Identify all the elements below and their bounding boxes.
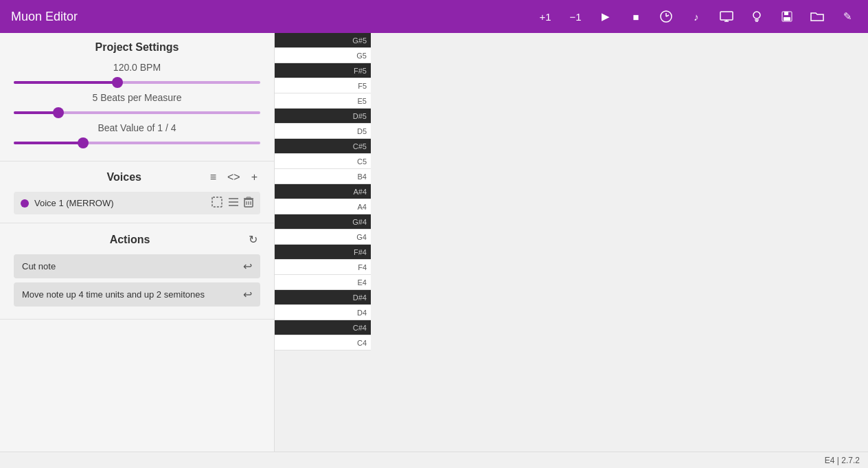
piano-key-fs5[interactable]: F#5	[275, 63, 371, 78]
action-move-note-label: Move note up 4 time units and up 2 semit…	[22, 289, 205, 300]
screen-button[interactable]	[717, 7, 736, 26]
note-button[interactable]: ♪	[687, 7, 706, 26]
voices-section: Voices ≡ <> + Voice 1 (MERROW)	[0, 161, 274, 223]
header: Muon Editor +1 −1 ▶ ■ ♪ ✎	[0, 0, 868, 33]
piano-keyboard: G#5G5F#5F5E5D#5D5C#5C5B4A#4A4G#4G4F#4F4E…	[275, 33, 371, 452]
piano-key-e4[interactable]: E4	[275, 275, 371, 290]
piano-key-cs4[interactable]: C#4	[275, 320, 371, 335]
piano-key-d5[interactable]: D5	[275, 124, 371, 139]
piano-key-d4[interactable]: D4	[275, 305, 371, 320]
piano-key-c4[interactable]: C4	[275, 335, 371, 350]
action-move-note[interactable]: Move note up 4 time units and up 2 semit…	[14, 282, 260, 307]
bpm-slider-container[interactable]	[14, 81, 260, 84]
voice-name: Voice 1 (MERROW)	[34, 198, 205, 208]
bpm-slider-fill	[14, 81, 117, 84]
plus1-button[interactable]: +1	[536, 7, 555, 26]
voices-header: Voices ≡ <> +	[14, 170, 260, 185]
bpm-slider-track[interactable]	[14, 81, 260, 84]
piano-key-ds4[interactable]: D#4	[275, 290, 371, 305]
piano-key-gs4[interactable]: G#4	[275, 214, 371, 230]
svg-rect-21	[247, 197, 251, 199]
svg-rect-12	[212, 197, 222, 207]
voice-action-buttons	[211, 196, 253, 210]
svg-point-6	[753, 12, 760, 19]
action-cut-note-icon: ↩	[243, 260, 252, 273]
piano-key-g5[interactable]: G5	[275, 48, 371, 63]
piano-key-f5[interactable]: F5	[275, 78, 371, 93]
voices-title: Voices	[41, 171, 207, 183]
project-settings-section: Project Settings 120.0 BPM 5 Beats per M…	[0, 33, 274, 161]
piano-key-f4[interactable]: F4	[275, 260, 371, 275]
beat-value-slider-fill	[14, 142, 83, 144]
bpm-slider-thumb[interactable]	[112, 77, 123, 88]
main-area: Project Settings 120.0 BPM 5 Beats per M…	[0, 33, 868, 452]
beats-slider-fill	[14, 111, 58, 114]
pencil-button[interactable]: ✎	[838, 7, 857, 26]
voices-icons: ≡ <> +	[207, 170, 260, 185]
piano-key-e5[interactable]: E5	[275, 93, 371, 109]
sort-voices-button[interactable]: ≡	[207, 170, 219, 185]
project-settings-title: Project Settings	[14, 41, 260, 54]
voice-delete-button[interactable]	[244, 196, 253, 210]
grid-wrapper: G#5G5F#5F5E5D#5D5C#5C5B4A#4A4G#4G4F#4F4E…	[275, 33, 371, 452]
stop-button[interactable]: ■	[626, 7, 646, 26]
action-cut-note[interactable]: Cut note ↩	[14, 254, 260, 278]
actions-header: Actions ↻	[14, 232, 260, 247]
beat-value-label: Beat Value of 1 / 4	[14, 122, 260, 133]
voice-select-button[interactable]	[211, 196, 223, 210]
voice-list-button[interactable]	[227, 196, 240, 210]
svg-rect-11	[784, 17, 790, 21]
bpm-value: 120.0 BPM	[14, 62, 260, 73]
play-button[interactable]: ▶	[596, 7, 615, 26]
beats-per-measure-label: 5 Beats per Measure	[14, 92, 260, 103]
minus1-button[interactable]: −1	[566, 7, 585, 26]
voice-color-dot	[21, 199, 29, 208]
beat-value-slider-thumb[interactable]	[78, 137, 89, 148]
code-voices-button[interactable]: <>	[225, 170, 243, 185]
piano-key-a4[interactable]: A4	[275, 199, 371, 214]
piano-key-gs5[interactable]: G#5	[275, 33, 371, 48]
svg-rect-3	[720, 12, 733, 20]
piano-roll[interactable]: G#5G5F#5F5E5D#5D5C#5C5B4A#4A4G#4G4F#4F4E…	[275, 33, 868, 452]
actions-title: Actions	[14, 234, 246, 246]
beat-value-slider-container[interactable]	[14, 142, 260, 144]
app-title: Muon Editor	[11, 10, 78, 24]
status-text: E4 | 2.7.2	[825, 456, 860, 465]
beats-slider-thumb[interactable]	[53, 107, 64, 118]
piano-key-fs4[interactable]: F#4	[275, 245, 371, 260]
piano-key-cs5[interactable]: C#5	[275, 139, 371, 154]
piano-key-b4[interactable]: B4	[275, 169, 371, 184]
piano-key-c5[interactable]: C5	[275, 154, 371, 169]
action-cut-note-label: Cut note	[22, 261, 56, 271]
status-bar: E4 | 2.7.2	[0, 452, 868, 468]
action-move-note-icon: ↩	[243, 288, 252, 301]
bulb-button[interactable]	[747, 7, 766, 26]
piano-key-ds5[interactable]: D#5	[275, 109, 371, 124]
beat-value-slider-track[interactable]	[14, 142, 260, 144]
beats-slider-track[interactable]	[14, 111, 260, 114]
save-button[interactable]	[777, 7, 797, 26]
piano-key-g4[interactable]: G4	[275, 230, 371, 245]
left-panel: Project Settings 120.0 BPM 5 Beats per M…	[0, 33, 275, 452]
voice-item: Voice 1 (MERROW)	[14, 192, 260, 214]
actions-section: Actions ↻ Cut note ↩ Move note up 4 time…	[0, 223, 274, 320]
beats-slider-container[interactable]	[14, 111, 260, 114]
actions-history-button[interactable]: ↻	[246, 232, 260, 247]
svg-rect-10	[784, 12, 788, 15]
piano-roll-inner: G#5G5F#5F5E5D#5D5C#5C5B4A#4A4G#4G4F#4F4E…	[275, 33, 868, 452]
add-voice-button[interactable]: +	[249, 170, 260, 185]
header-controls: +1 −1 ▶ ■ ♪ ✎	[536, 7, 857, 26]
metronome-button[interactable]	[656, 7, 676, 26]
folder-button[interactable]	[808, 7, 827, 26]
piano-key-as4[interactable]: A#4	[275, 184, 371, 199]
